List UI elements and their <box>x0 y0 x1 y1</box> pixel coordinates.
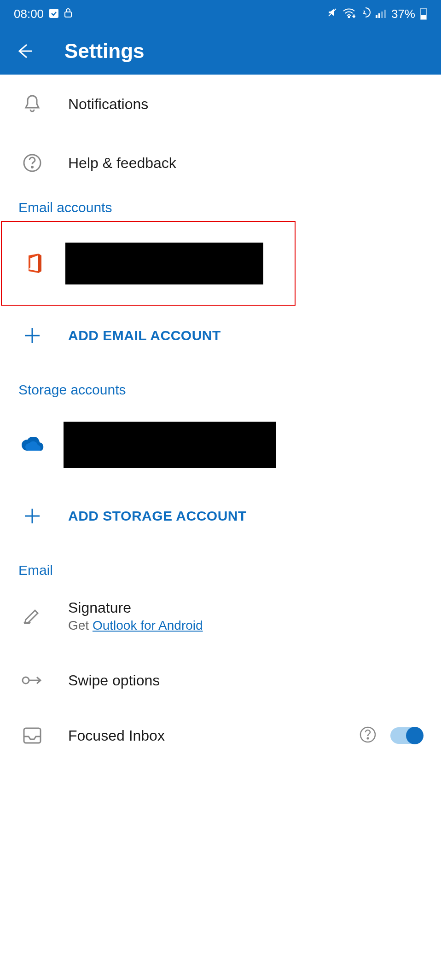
storage-account-item[interactable] <box>0 403 441 486</box>
add-label: ADD EMAIL ACCOUNT <box>68 328 221 343</box>
settings-item-help[interactable]: Help & feedback <box>0 133 441 192</box>
plus-icon <box>18 326 46 345</box>
signature-subtitle: Get Outlook for Android <box>68 618 203 633</box>
battery-text: 37% <box>391 7 415 21</box>
list-item-label: Notifications <box>68 96 148 113</box>
svg-rect-6 <box>378 13 380 18</box>
wifi-icon: + <box>342 7 355 21</box>
email-account-redacted <box>65 243 263 284</box>
mute-icon <box>327 7 338 21</box>
email-account-item[interactable] <box>2 222 295 305</box>
swipe-icon <box>18 675 46 686</box>
onedrive-icon <box>18 437 46 452</box>
svg-point-20 <box>367 738 369 739</box>
svg-point-16 <box>23 677 29 684</box>
svg-point-11 <box>32 167 33 168</box>
signal-icon <box>376 7 387 21</box>
settings-item-focused-inbox[interactable]: Focused Inbox <box>0 713 441 759</box>
storage-account-redacted <box>64 422 276 468</box>
list-item-label: Help & feedback <box>68 155 176 172</box>
calendar-small-icon <box>49 7 58 21</box>
help-icon <box>18 153 46 173</box>
highlight-annotation <box>1 221 296 306</box>
help-icon[interactable] <box>359 726 377 745</box>
svg-rect-8 <box>384 10 386 18</box>
plus-icon <box>18 507 46 525</box>
list-item-label: Focused Inbox <box>68 727 359 744</box>
section-email: Email <box>0 555 441 584</box>
settings-item-swipe[interactable]: Swipe options <box>0 648 441 713</box>
signature-icon <box>18 607 46 625</box>
signature-label: Signature <box>68 599 203 616</box>
settings-item-notifications[interactable]: Notifications <box>0 75 441 133</box>
battery-icon <box>420 8 427 20</box>
svg-rect-18 <box>24 728 41 743</box>
add-label: ADD STORAGE ACCOUNT <box>68 508 247 524</box>
settings-item-signature[interactable]: Signature Get Outlook for Android <box>0 584 441 648</box>
app-bar: Settings <box>0 28 441 75</box>
office-icon <box>20 253 48 274</box>
svg-rect-0 <box>49 9 58 18</box>
list-item-label: Swipe options <box>68 672 160 689</box>
back-button[interactable] <box>14 41 41 61</box>
status-time: 08:00 <box>14 7 44 21</box>
add-email-account-button[interactable]: ADD EMAIL ACCOUNT <box>0 306 441 365</box>
svg-rect-7 <box>381 12 383 18</box>
svg-rect-1 <box>65 12 71 17</box>
focused-inbox-toggle[interactable] <box>390 727 423 744</box>
outlook-android-link[interactable]: Outlook for Android <box>93 618 203 632</box>
page-title: Settings <box>64 40 145 63</box>
status-bar: 08:00 + 37% <box>0 0 441 28</box>
svg-text:+: + <box>353 14 355 18</box>
svg-point-3 <box>348 16 349 17</box>
svg-rect-5 <box>376 15 377 18</box>
bell-icon <box>18 94 46 114</box>
section-email-accounts: Email accounts <box>0 192 441 221</box>
lock-icon <box>64 7 72 21</box>
call-icon <box>360 7 371 21</box>
inbox-icon <box>18 726 46 745</box>
add-storage-account-button[interactable]: ADD STORAGE ACCOUNT <box>0 486 441 546</box>
section-storage-accounts: Storage accounts <box>0 375 441 403</box>
